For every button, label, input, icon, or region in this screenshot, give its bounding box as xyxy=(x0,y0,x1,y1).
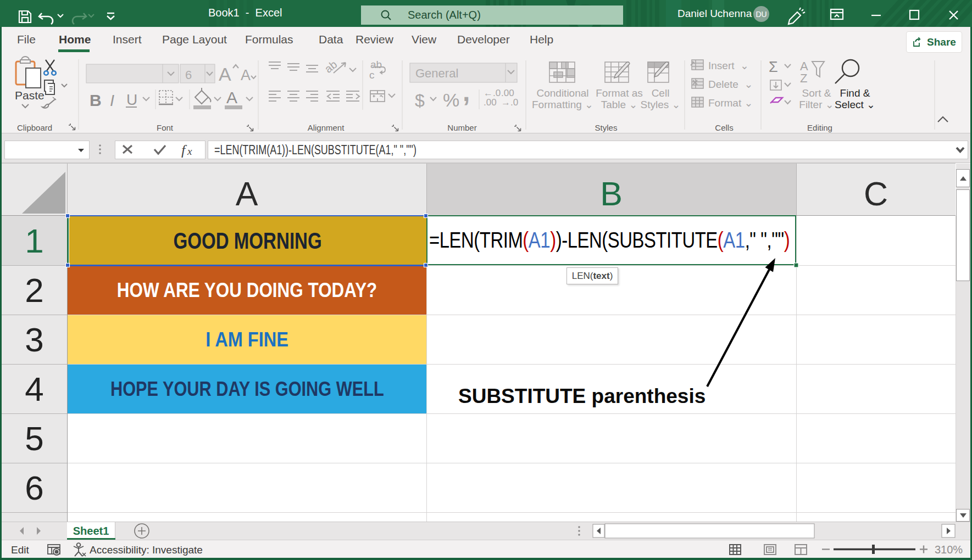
svg-text:I: I xyxy=(110,92,114,109)
svg-text:310%: 310% xyxy=(935,544,963,556)
svg-text:x: x xyxy=(187,145,192,157)
svg-text:General: General xyxy=(415,66,458,80)
svg-text:,: , xyxy=(463,77,470,107)
svg-text:U: U xyxy=(126,91,137,108)
svg-text:c: c xyxy=(369,69,375,81)
svg-text:A: A xyxy=(219,64,231,85)
svg-text:B: B xyxy=(90,91,102,109)
svg-text:→.0: →.0 xyxy=(501,97,518,108)
svg-text:ab: ab xyxy=(370,59,382,70)
svg-text:Σ: Σ xyxy=(769,59,778,75)
svg-text:f: f xyxy=(181,142,187,158)
svg-text:6: 6 xyxy=(185,68,192,82)
svg-text:Z: Z xyxy=(800,71,807,85)
svg-text:$: $ xyxy=(415,91,425,110)
svg-text:.00: .00 xyxy=(484,97,497,108)
svg-text:A: A xyxy=(241,67,251,83)
svg-text:%: % xyxy=(443,89,459,110)
svg-text:A: A xyxy=(226,88,237,107)
svg-text:ab: ab xyxy=(322,58,339,75)
